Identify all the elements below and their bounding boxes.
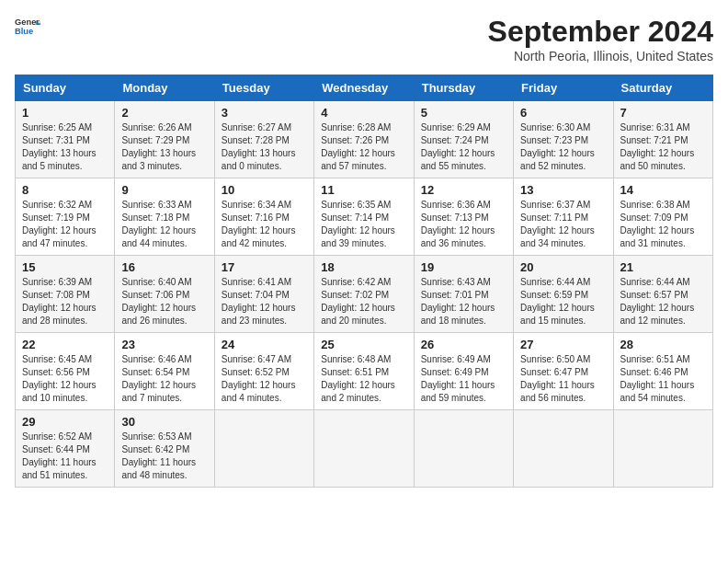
day-number: 4 — [321, 106, 406, 120]
logo-icon: General Blue — [15, 15, 40, 40]
day-info: Sunrise: 6:39 AMSunset: 7:08 PMDaylight:… — [22, 276, 108, 327]
day-cell-3: 3Sunrise: 6:27 AMSunset: 7:28 PMDaylight… — [214, 101, 313, 178]
title-area: September 2024 North Peoria, Illinois, U… — [488, 15, 713, 63]
day-number: 8 — [22, 183, 108, 197]
day-info: Sunrise: 6:41 AMSunset: 7:04 PMDaylight:… — [222, 276, 307, 327]
day-cell-4: 4Sunrise: 6:28 AMSunset: 7:26 PMDaylight… — [314, 101, 414, 178]
day-cell-19: 19Sunrise: 6:43 AMSunset: 7:01 PMDayligh… — [414, 256, 513, 333]
day-info: Sunrise: 6:45 AMSunset: 6:56 PMDaylight:… — [22, 353, 108, 405]
day-cell-5: 5Sunrise: 6:29 AMSunset: 7:24 PMDaylight… — [414, 101, 513, 178]
page-header: General Blue September 2024 North Peoria… — [15, 15, 713, 63]
empty-cell — [214, 410, 313, 488]
day-info: Sunrise: 6:30 AMSunset: 7:23 PMDaylight:… — [520, 121, 606, 173]
day-info: Sunrise: 6:36 AMSunset: 7:13 PMDaylight:… — [421, 199, 506, 250]
day-info: Sunrise: 6:53 AMSunset: 6:42 PMDaylight:… — [121, 431, 207, 482]
empty-cell — [314, 410, 414, 488]
day-number: 7 — [620, 106, 706, 120]
week-row-1: 1Sunrise: 6:25 AMSunset: 7:31 PMDaylight… — [16, 101, 713, 178]
day-info: Sunrise: 6:51 AMSunset: 6:46 PMDaylight:… — [620, 353, 706, 405]
day-cell-9: 9Sunrise: 6:33 AMSunset: 7:18 PMDaylight… — [115, 178, 214, 256]
day-number: 21 — [620, 260, 706, 274]
day-cell-23: 23Sunrise: 6:46 AMSunset: 6:54 PMDayligh… — [115, 333, 214, 410]
day-cell-18: 18Sunrise: 6:42 AMSunset: 7:02 PMDayligh… — [314, 256, 414, 333]
day-cell-7: 7Sunrise: 6:31 AMSunset: 7:21 PMDaylight… — [613, 101, 712, 178]
day-info: Sunrise: 6:42 AMSunset: 7:02 PMDaylight:… — [321, 276, 406, 327]
day-number: 5 — [421, 106, 506, 120]
day-info: Sunrise: 6:38 AMSunset: 7:09 PMDaylight:… — [620, 199, 706, 250]
weekday-header-monday: Monday — [115, 75, 214, 101]
weekday-header-wednesday: Wednesday — [314, 75, 414, 101]
day-info: Sunrise: 6:46 AMSunset: 6:54 PMDaylight:… — [121, 353, 207, 405]
day-info: Sunrise: 6:33 AMSunset: 7:18 PMDaylight:… — [121, 199, 207, 250]
day-info: Sunrise: 6:32 AMSunset: 7:19 PMDaylight:… — [22, 199, 108, 250]
day-info: Sunrise: 6:44 AMSunset: 6:57 PMDaylight:… — [620, 276, 706, 327]
day-cell-25: 25Sunrise: 6:48 AMSunset: 6:51 PMDayligh… — [314, 333, 414, 410]
day-cell-21: 21Sunrise: 6:44 AMSunset: 6:57 PMDayligh… — [613, 256, 712, 333]
day-number: 16 — [121, 260, 207, 274]
day-number: 26 — [421, 338, 506, 351]
day-number: 1 — [22, 106, 108, 120]
day-number: 29 — [22, 415, 108, 429]
day-number: 3 — [222, 106, 307, 120]
day-number: 14 — [620, 183, 706, 197]
day-number: 9 — [121, 183, 207, 197]
day-number: 23 — [121, 338, 207, 351]
day-cell-24: 24Sunrise: 6:47 AMSunset: 6:52 PMDayligh… — [214, 333, 313, 410]
weekday-header-row: SundayMondayTuesdayWednesdayThursdayFrid… — [16, 75, 713, 101]
day-cell-28: 28Sunrise: 6:51 AMSunset: 6:46 PMDayligh… — [613, 333, 712, 410]
day-number: 27 — [520, 338, 606, 351]
empty-cell — [514, 410, 613, 488]
day-cell-17: 17Sunrise: 6:41 AMSunset: 7:04 PMDayligh… — [214, 256, 313, 333]
day-info: Sunrise: 6:26 AMSunset: 7:29 PMDaylight:… — [121, 121, 207, 173]
day-number: 15 — [22, 260, 108, 274]
weekday-header-sunday: Sunday — [16, 75, 115, 101]
day-cell-29: 29Sunrise: 6:52 AMSunset: 6:44 PMDayligh… — [16, 410, 115, 488]
day-number: 25 — [321, 338, 406, 351]
week-row-2: 8Sunrise: 6:32 AMSunset: 7:19 PMDaylight… — [16, 178, 713, 256]
day-cell-2: 2Sunrise: 6:26 AMSunset: 7:29 PMDaylight… — [115, 101, 214, 178]
day-info: Sunrise: 6:50 AMSunset: 6:47 PMDaylight:… — [520, 353, 606, 405]
day-number: 11 — [321, 183, 406, 197]
day-number: 2 — [121, 106, 207, 120]
empty-cell — [613, 410, 712, 488]
day-number: 18 — [321, 260, 406, 274]
day-number: 22 — [22, 338, 108, 351]
day-number: 28 — [620, 338, 706, 351]
day-number: 13 — [520, 183, 606, 197]
month-title: September 2024 — [488, 15, 713, 49]
day-info: Sunrise: 6:44 AMSunset: 6:59 PMDaylight:… — [520, 276, 606, 327]
day-cell-11: 11Sunrise: 6:35 AMSunset: 7:14 PMDayligh… — [314, 178, 414, 256]
day-info: Sunrise: 6:29 AMSunset: 7:24 PMDaylight:… — [421, 121, 506, 173]
day-cell-22: 22Sunrise: 6:45 AMSunset: 6:56 PMDayligh… — [16, 333, 115, 410]
week-row-5: 29Sunrise: 6:52 AMSunset: 6:44 PMDayligh… — [16, 410, 713, 488]
day-cell-10: 10Sunrise: 6:34 AMSunset: 7:16 PMDayligh… — [214, 178, 313, 256]
day-cell-13: 13Sunrise: 6:37 AMSunset: 7:11 PMDayligh… — [514, 178, 613, 256]
day-cell-15: 15Sunrise: 6:39 AMSunset: 7:08 PMDayligh… — [16, 256, 115, 333]
day-info: Sunrise: 6:40 AMSunset: 7:06 PMDaylight:… — [121, 276, 207, 327]
day-info: Sunrise: 6:34 AMSunset: 7:16 PMDaylight:… — [222, 199, 307, 250]
location-title: North Peoria, Illinois, United States — [488, 49, 713, 63]
day-cell-8: 8Sunrise: 6:32 AMSunset: 7:19 PMDaylight… — [16, 178, 115, 256]
day-cell-14: 14Sunrise: 6:38 AMSunset: 7:09 PMDayligh… — [613, 178, 712, 256]
day-cell-20: 20Sunrise: 6:44 AMSunset: 6:59 PMDayligh… — [514, 256, 613, 333]
calendar-table: SundayMondayTuesdayWednesdayThursdayFrid… — [15, 75, 713, 488]
day-info: Sunrise: 6:31 AMSunset: 7:21 PMDaylight:… — [620, 121, 706, 173]
day-number: 24 — [222, 338, 307, 351]
weekday-header-saturday: Saturday — [613, 75, 712, 101]
day-number: 20 — [520, 260, 606, 274]
week-row-3: 15Sunrise: 6:39 AMSunset: 7:08 PMDayligh… — [16, 256, 713, 333]
weekday-header-thursday: Thursday — [414, 75, 513, 101]
day-info: Sunrise: 6:28 AMSunset: 7:26 PMDaylight:… — [321, 121, 406, 173]
day-number: 6 — [520, 106, 606, 120]
svg-text:Blue: Blue — [15, 27, 33, 36]
weekday-header-tuesday: Tuesday — [214, 75, 313, 101]
logo: General Blue — [15, 15, 40, 40]
day-info: Sunrise: 6:43 AMSunset: 7:01 PMDaylight:… — [421, 276, 506, 327]
week-row-4: 22Sunrise: 6:45 AMSunset: 6:56 PMDayligh… — [16, 333, 713, 410]
day-info: Sunrise: 6:25 AMSunset: 7:31 PMDaylight:… — [22, 121, 108, 173]
day-number: 30 — [121, 415, 207, 429]
day-info: Sunrise: 6:37 AMSunset: 7:11 PMDaylight:… — [520, 199, 606, 250]
day-cell-1: 1Sunrise: 6:25 AMSunset: 7:31 PMDaylight… — [16, 101, 115, 178]
day-number: 19 — [421, 260, 506, 274]
day-info: Sunrise: 6:52 AMSunset: 6:44 PMDaylight:… — [22, 431, 108, 482]
